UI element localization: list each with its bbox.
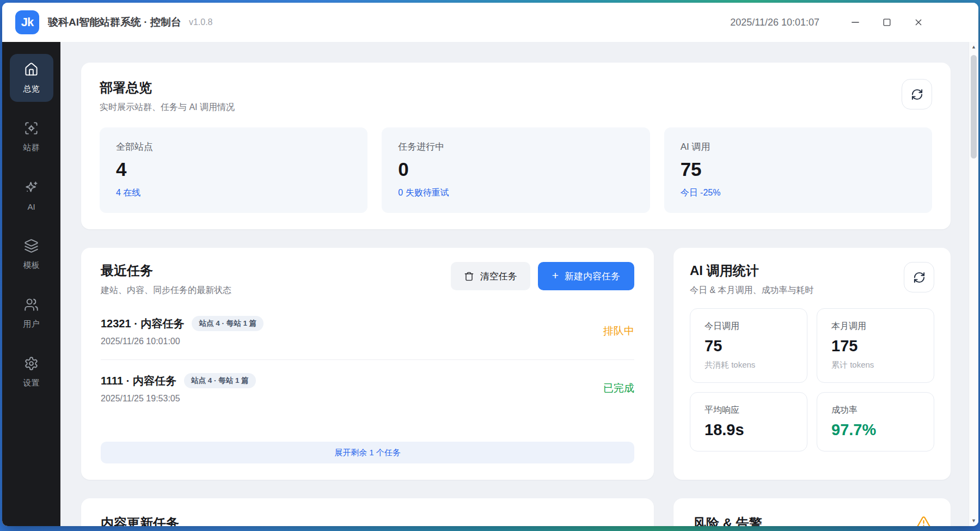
minimize-button[interactable]: [850, 17, 861, 28]
ai-box-month-calls: 本月调用 175 累计 tokens: [817, 308, 934, 383]
home-icon: [24, 62, 39, 79]
minimize-icon: [850, 17, 861, 28]
task-status-queued: 排队中: [603, 324, 634, 338]
task-badge: 站点 4 · 每站 1 篇: [192, 316, 264, 331]
new-content-task-button[interactable]: + 新建内容任务: [538, 262, 634, 290]
ai-box-today-calls: 今日调用 75 共消耗 tokens: [690, 308, 807, 383]
ai-stat-label: 今日调用: [705, 321, 793, 332]
sidebar-item-label: 设置: [23, 378, 40, 388]
overview-refresh-button[interactable]: [902, 79, 932, 109]
stat-label: 全部站点: [116, 141, 351, 153]
task-status-done: 已完成: [603, 381, 634, 395]
app-title: 骏科AI智能站群系统 · 控制台: [48, 15, 181, 29]
settings-icon: [24, 356, 39, 373]
close-icon: [913, 17, 924, 28]
titlebar: Jk 骏科AI智能站群系统 · 控制台 v1.0.8 2025/11/26 10…: [2, 3, 978, 42]
sidebar: 总览 站群 AI 模板: [2, 42, 60, 526]
tasks-header-buttons: 清空任务 + 新建内容任务: [451, 262, 634, 290]
stat-value: 75: [681, 158, 916, 180]
ai-stat-value: 18.9s: [705, 421, 793, 439]
stat-value: 4: [116, 158, 351, 180]
users-icon: [24, 297, 39, 314]
sidebar-item-templates[interactable]: 模板: [10, 230, 53, 278]
task-badge: 站点 4 · 每站 1 篇: [184, 373, 256, 388]
trash-icon: [464, 271, 474, 282]
ai-stat-value: 97.7%: [831, 421, 920, 439]
card-title: AI 调用统计: [690, 262, 814, 279]
titlebar-right: 2025/11/26 10:01:07: [730, 17, 966, 28]
sidebar-item-settings[interactable]: 设置: [10, 348, 53, 396]
task-row[interactable]: 1111 · 内容任务 站点 4 · 每站 1 篇 2025/11/25 19:…: [101, 359, 634, 417]
task-time: 2025/11/25 19:53:05: [101, 394, 256, 404]
close-button[interactable]: [913, 17, 924, 28]
ai-stat-sub: 共消耗 tokens: [705, 360, 793, 370]
sidebar-item-users[interactable]: 用户: [10, 289, 53, 337]
ai-stat-label: 本月调用: [831, 321, 920, 332]
ai-stats-header: AI 调用统计 今日 & 本月调用、成功率与耗时: [690, 262, 814, 296]
stat-box-sites: 全部站点 4 4 在线: [100, 127, 367, 213]
app-version: v1.0.8: [189, 17, 213, 27]
sidebar-item-label: 用户: [23, 319, 40, 329]
bottom-row: 内容更新任务 查看最近的内容任务进度与站点覆盖情况 风险 & 告警: [81, 498, 951, 526]
card-title: 最近任务: [101, 262, 231, 279]
desktop-background: Jk 骏科AI智能站群系统 · 控制台 v1.0.8 2025/11/26 10…: [0, 0, 980, 531]
scroll-up-arrow[interactable]: ▲: [971, 45, 976, 50]
task-time: 2025/11/26 10:01:00: [101, 337, 264, 346]
task-name: 12321 · 内容任务: [101, 316, 184, 331]
ai-stat-sub: 累计 tokens: [831, 360, 920, 370]
ai-stat-value: 175: [831, 337, 920, 355]
sidebar-item-label: 总览: [23, 84, 40, 94]
ai-stats-grid: 今日调用 75 共消耗 tokens 本月调用 175 累计 tokens 平均…: [690, 308, 934, 451]
sidebar-item-sites[interactable]: 站群: [10, 113, 53, 161]
task-row[interactable]: 12321 · 内容任务 站点 4 · 每站 1 篇 2025/11/26 10…: [101, 303, 634, 359]
clock: 2025/11/26 10:01:07: [730, 17, 819, 28]
layers-icon: [24, 239, 39, 255]
stat-link-today-delta[interactable]: 今日 -25%: [681, 187, 721, 199]
task-name: 1111 · 内容任务: [101, 374, 176, 388]
sidebar-item-label: 模板: [23, 260, 40, 271]
stat-value: 0: [398, 158, 633, 180]
ai-stats-card: AI 调用统计 今日 & 本月调用、成功率与耗时 今日调用 75: [673, 248, 951, 480]
task-info: 12321 · 内容任务 站点 4 · 每站 1 篇 2025/11/26 10…: [101, 316, 264, 346]
maximize-icon: [881, 17, 892, 28]
recent-tasks-card: 最近任务 建站、内容、同步任务的最新状态 清空任务 + 新建: [81, 248, 654, 480]
refresh-icon: [911, 88, 923, 101]
overview-stats-row: 全部站点 4 4 在线 任务进行中 0 0 失败待重试 AI 调用 75: [100, 127, 932, 213]
warning-icon: [916, 515, 931, 527]
deploy-overview-card: 部署总览 实时展示站群、任务与 AI 调用情况 全部站点 4 4 在线: [81, 63, 951, 229]
stat-label: AI 调用: [681, 141, 916, 153]
ai-stat-value: 75: [705, 337, 793, 355]
sidebar-item-label: 站群: [23, 143, 40, 153]
main-content: 部署总览 实时展示站群、任务与 AI 调用情况 全部站点 4 4 在线: [60, 42, 969, 526]
scrollbar-thumb[interactable]: [971, 55, 977, 158]
scroll-down-arrow[interactable]: ▼: [971, 518, 976, 523]
ai-box-success-rate: 成功率 97.7%: [817, 392, 934, 451]
stat-box-running-tasks: 任务进行中 0 0 失败待重试: [382, 127, 650, 213]
ai-stats-refresh-button[interactable]: [904, 262, 934, 292]
sidebar-item-overview[interactable]: 总览: [10, 54, 53, 102]
content-update-tasks-card: 内容更新任务 查看最近的内容任务进度与站点覆盖情况: [81, 498, 654, 526]
app-window: Jk 骏科AI智能站群系统 · 控制台 v1.0.8 2025/11/26 10…: [2, 3, 978, 526]
expand-remaining-tasks-button[interactable]: 展开剩余 1 个任务: [101, 442, 634, 463]
middle-row: 最近任务 建站、内容、同步任务的最新状态 清空任务 + 新建: [81, 248, 951, 480]
clear-tasks-button[interactable]: 清空任务: [451, 262, 530, 290]
ai-box-avg-response: 平均响应 18.9s: [690, 392, 807, 451]
sites-icon: [24, 121, 39, 138]
plus-icon: +: [552, 269, 559, 282]
vertical-scrollbar[interactable]: ▲ ▼: [969, 42, 978, 526]
sidebar-item-ai[interactable]: AI: [10, 172, 53, 219]
card-title: 风险 & 告警: [693, 515, 762, 526]
task-list: 12321 · 内容任务 站点 4 · 每站 1 篇 2025/11/26 10…: [101, 303, 634, 417]
app-logo-text: Jk: [21, 15, 33, 29]
clear-tasks-label: 清空任务: [480, 270, 517, 283]
stat-link-failed-retry[interactable]: 0 失败待重试: [398, 187, 449, 199]
stat-link-online[interactable]: 4 在线: [116, 187, 140, 199]
card-subtitle: 今日 & 本月调用、成功率与耗时: [690, 285, 814, 296]
ai-stat-label: 成功率: [831, 405, 920, 416]
card-subtitle: 实时展示站群、任务与 AI 调用情况: [100, 102, 235, 113]
sparkles-icon: [24, 180, 39, 197]
window-body: 总览 站群 AI 模板: [2, 42, 978, 526]
stat-box-ai-calls: AI 调用 75 今日 -25%: [664, 127, 932, 213]
maximize-button[interactable]: [881, 17, 892, 28]
card-subtitle: 建站、内容、同步任务的最新状态: [101, 285, 231, 296]
